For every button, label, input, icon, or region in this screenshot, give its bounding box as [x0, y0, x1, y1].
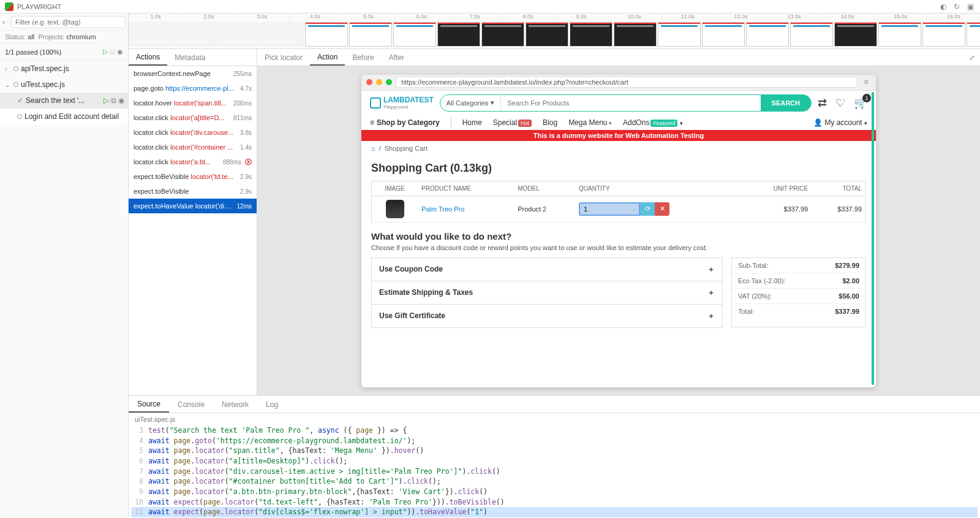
- pick-locator-button[interactable]: Pick locator: [257, 49, 310, 66]
- compare-icon[interactable]: ⇄: [818, 96, 827, 110]
- test-row[interactable]: ✓ Search the text '... ▷ ⧉ ◉: [0, 93, 128, 109]
- app-title: PLAYWRIGHT: [17, 3, 61, 10]
- action-item[interactable]: browserContext.newPage255ms: [129, 66, 257, 81]
- source-code[interactable]: 3test("Search the text 'Palm Treo Pro ",…: [129, 425, 980, 518]
- tab-before[interactable]: Before: [345, 49, 381, 66]
- caret-down-icon: ⌄: [5, 82, 11, 88]
- url-bar[interactable]: https://ecommerce-playground.lambdatest.…: [396, 77, 858, 88]
- action-item[interactable]: expect.toBeVisible2.9s: [129, 184, 257, 199]
- tab-log[interactable]: Log: [257, 396, 287, 413]
- remove-button[interactable]: ✕: [655, 202, 669, 216]
- nav-shop-by-category[interactable]: ≡ Shop by Category: [370, 118, 440, 127]
- breadcrumb: ⌂ / Shopping Cart: [361, 141, 876, 156]
- status-dot-icon: [13, 82, 18, 87]
- product-link[interactable]: Palm Treo Pro: [421, 205, 464, 213]
- theme-toggle-icon[interactable]: ◐: [938, 2, 948, 12]
- cart-row: Palm Treo Pro Product 2 ⟳ ✕ $337.99 $337…: [372, 196, 866, 222]
- run-icon[interactable]: ▷: [103, 48, 108, 56]
- trace-icon[interactable]: ⧉: [111, 96, 116, 105]
- action-item[interactable]: locator.click locator('a[title=D...811ms: [129, 110, 257, 125]
- status-dot-icon: [17, 114, 22, 119]
- file-row[interactable]: ⌄ uiTest.spec.js: [0, 77, 128, 93]
- tab-actions[interactable]: Actions: [129, 49, 167, 66]
- check-icon: ✓: [17, 96, 23, 105]
- col-unit: UNIT PRICE: [741, 181, 812, 196]
- nav-home[interactable]: Home: [462, 118, 482, 127]
- action-item[interactable]: locator.hover locator('span.titl...206ms: [129, 96, 257, 110]
- menu-icon[interactable]: ≡: [861, 78, 871, 86]
- snapshot-window: https://ecommerce-playground.lambdatest.…: [361, 75, 876, 387]
- tab-source[interactable]: Source: [129, 396, 169, 413]
- test-name: Login and Edit account detail: [24, 112, 119, 121]
- col-model: MODEL: [514, 181, 575, 196]
- breadcrumb-current: Shopping Cart: [385, 145, 428, 152]
- brand-logo[interactable]: LAMBDATESTPlayground: [370, 96, 434, 110]
- refresh-button[interactable]: ⟳: [640, 202, 655, 216]
- reload-icon[interactable]: ↻: [952, 2, 962, 12]
- acc-coupon[interactable]: Use Coupon Code＋: [371, 257, 723, 281]
- acc-gift[interactable]: Use Gift Certificate＋: [371, 304, 723, 328]
- quantity-input[interactable]: [579, 202, 640, 216]
- col-product: PRODUCT NAME: [418, 181, 514, 196]
- snapshot-panel: Pick locator Action Before After ⤢ ht: [257, 49, 980, 395]
- wishlist-icon[interactable]: ♡: [835, 96, 845, 110]
- cart-title: Shopping Cart (0.13kg): [371, 162, 866, 175]
- action-item[interactable]: locator.click locator('div.carouse...3.8…: [129, 125, 257, 140]
- file-name: uiTest.spec.js: [21, 80, 65, 89]
- action-item[interactable]: expect.toHaveValue locator('div...12ms: [129, 199, 257, 213]
- action-item[interactable]: locator.click locator('a.bt...888msⓧ: [129, 154, 257, 169]
- cart-icon[interactable]: 🛒1: [854, 96, 867, 110]
- action-item[interactable]: expect.toBeVisible locator('td.te...2.9s: [129, 169, 257, 184]
- scrollbar[interactable]: [872, 92, 874, 385]
- tab-metadata[interactable]: Metadata: [167, 49, 213, 66]
- brand-name: LAMBDATEST: [383, 96, 434, 104]
- product-image[interactable]: [386, 200, 404, 218]
- search-input[interactable]: [501, 95, 760, 111]
- acc-shipping[interactable]: Estimate Shipping & Taxes＋: [371, 281, 723, 305]
- row-total: $337.99: [812, 196, 865, 222]
- action-list: browserContext.newPage255mspage.goto htt…: [129, 66, 257, 395]
- main-nav: ≡ Shop by Category Home SpecialHot Blog …: [361, 115, 876, 130]
- chevron-down-icon: ▾: [864, 120, 867, 126]
- tab-console[interactable]: Console: [169, 396, 213, 413]
- cart-table: IMAGE PRODUCT NAME MODEL QUANTITY UNIT P…: [371, 181, 866, 223]
- category-dropdown[interactable]: All Categories ▾: [440, 95, 501, 111]
- nav-account[interactable]: 👤 My account ▾: [813, 118, 867, 127]
- stop-icon[interactable]: □: [110, 48, 115, 56]
- filter-chevron-icon[interactable]: ›: [2, 18, 11, 26]
- caret-right-icon: ›: [5, 66, 11, 72]
- next-heading: What would you like to do next?: [371, 231, 866, 242]
- settings-icon[interactable]: ▣: [965, 2, 975, 12]
- nav-blog[interactable]: Blog: [543, 118, 557, 127]
- traffic-close-icon: [366, 79, 372, 85]
- watch-icon[interactable]: ◉: [117, 48, 123, 56]
- totals-table: Sub-Total:$279.99Eco Tax (-2.00):$2.00VA…: [731, 257, 866, 327]
- status-dot-icon: [13, 66, 18, 71]
- notice-banner: This is a dummy website for Web Automati…: [361, 130, 876, 141]
- playwright-logo: [5, 2, 13, 11]
- nav-addons[interactable]: AddOnsFeatured ▾: [623, 118, 683, 127]
- file-row[interactable]: › apiTest.spec.js: [0, 61, 128, 77]
- timeline[interactable]: 1.0s2.0s3.0s4.0s5.0s6.0s7.0s8.0s9.0s10.0…: [129, 13, 980, 49]
- tab-after[interactable]: After: [382, 49, 412, 66]
- search-button[interactable]: SEARCH: [761, 95, 811, 111]
- search-bar: All Categories ▾ SEARCH: [440, 94, 812, 112]
- plus-icon: ＋: [707, 264, 715, 275]
- run-test-icon[interactable]: ▷: [104, 96, 109, 105]
- chevron-down-icon: ▾: [491, 99, 494, 107]
- home-icon[interactable]: ⌂: [371, 145, 375, 152]
- tab-action[interactable]: Action: [310, 49, 345, 66]
- filter-input[interactable]: [11, 16, 126, 28]
- action-item[interactable]: locator.click locator('#container ...1.4…: [129, 140, 257, 154]
- test-sidebar: › Status: all Projects: chromium 1/1 pas…: [0, 13, 129, 518]
- nav-mega-menu[interactable]: Mega Menu: [568, 118, 612, 127]
- action-item[interactable]: page.goto https://ecommerce-pl...4.7s: [129, 81, 257, 96]
- test-row[interactable]: Login and Edit account detail: [0, 109, 128, 124]
- unit-price: $337.99: [741, 196, 812, 222]
- nav-special[interactable]: SpecialHot: [493, 118, 532, 127]
- user-icon: 👤: [813, 118, 823, 127]
- watch-test-icon[interactable]: ◉: [118, 96, 124, 105]
- open-external-icon[interactable]: ⤢: [964, 53, 980, 62]
- product-model: Product 2: [514, 196, 575, 222]
- tab-network[interactable]: Network: [213, 396, 257, 413]
